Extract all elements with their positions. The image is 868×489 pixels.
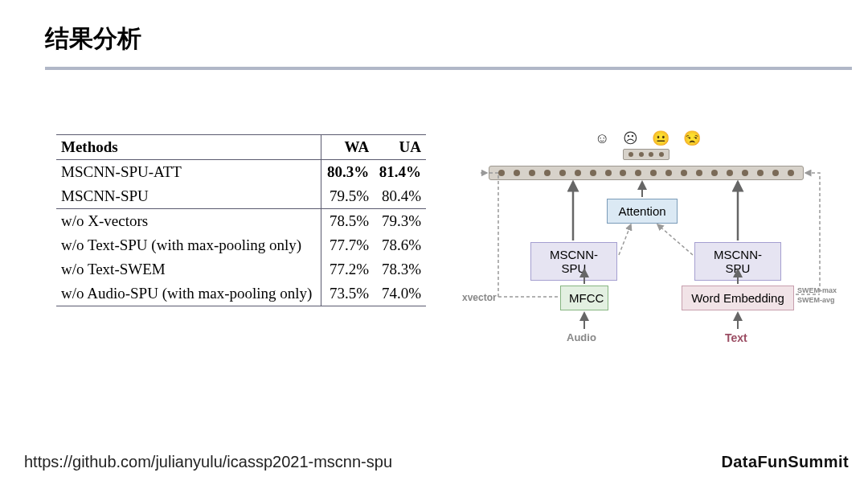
source-url: https://github.com/julianyulu/icassp2021… <box>24 453 392 471</box>
mfcc-block: MFCC <box>560 286 608 310</box>
title-divider <box>45 67 852 70</box>
cell-wa: 80.3% <box>321 160 374 185</box>
page-title: 结果分析 <box>0 0 868 64</box>
table-row: w/o Text-SWEM 77.2% 78.3% <box>56 257 426 281</box>
emotion-icons: ☺ ☹ 😐 😒 <box>595 129 706 147</box>
cell-ua: 80.4% <box>374 184 426 209</box>
cell-method: w/o Text-SPU (with max-pooling only) <box>56 233 321 257</box>
swem-max-label: SWEM-max <box>797 286 837 294</box>
svg-line-11 <box>657 224 693 255</box>
audio-label: Audio <box>567 331 596 343</box>
cell-ua: 74.0% <box>374 281 426 306</box>
brand-label: DataFunSummit <box>721 453 849 471</box>
table-row: MSCNN-SPU-ATT 80.3% 81.4% <box>56 160 426 185</box>
cell-wa: 77.7% <box>321 233 374 257</box>
attention-block: Attention <box>607 199 678 224</box>
results-table-container: Methods WA UA MSCNN-SPU-ATT 80.3% 81.4% … <box>0 134 426 360</box>
mscnn-spu-audio-block: MSCNN-SPU <box>530 242 617 281</box>
col-wa: WA <box>321 135 374 160</box>
col-methods: Methods <box>56 135 321 160</box>
cell-wa: 78.5% <box>321 209 374 234</box>
cell-method: MSCNN-SPU-ATT <box>56 160 321 185</box>
table-row: w/o Audio-SPU (with max-pooling only) 73… <box>56 281 426 306</box>
svg-line-10 <box>619 224 631 255</box>
cell-wa: 79.5% <box>321 184 374 209</box>
cell-wa: 73.5% <box>321 281 374 306</box>
cell-ua: 81.4% <box>374 160 426 185</box>
col-ua: UA <box>374 135 426 160</box>
cell-ua: 78.3% <box>374 257 426 281</box>
cell-method: w/o X-vectors <box>56 209 321 234</box>
table-row: MSCNN-SPU 79.5% 80.4% <box>56 184 426 209</box>
cell-method: w/o Audio-SPU (with max-pooling only) <box>56 281 321 306</box>
feature-bar <box>489 166 804 180</box>
xvector-label: xvector <box>462 292 497 303</box>
cell-method: w/o Text-SWEM <box>56 257 321 281</box>
swem-avg-label: SWEM-avg <box>797 296 835 304</box>
word-embedding-block: Word Embedding <box>682 286 794 310</box>
results-table: Methods WA UA MSCNN-SPU-ATT 80.3% 81.4% … <box>56 134 426 306</box>
mscnn-spu-text-block: MSCNN-SPU <box>694 242 781 281</box>
cell-wa: 77.2% <box>321 257 374 281</box>
text-label: Text <box>725 331 747 344</box>
fused-vector-small <box>623 149 669 160</box>
architecture-diagram: ☺ ☹ 😐 😒 Attention MSCNN-SPU MSCNN-SPU MF… <box>450 134 840 360</box>
content-row: Methods WA UA MSCNN-SPU-ATT 80.3% 81.4% … <box>0 134 868 360</box>
cell-method: MSCNN-SPU <box>56 184 321 209</box>
cell-ua: 79.3% <box>374 209 426 234</box>
table-row: w/o Text-SPU (with max-pooling only) 77.… <box>56 233 426 257</box>
cell-ua: 78.6% <box>374 233 426 257</box>
table-row: w/o X-vectors 78.5% 79.3% <box>56 209 426 234</box>
